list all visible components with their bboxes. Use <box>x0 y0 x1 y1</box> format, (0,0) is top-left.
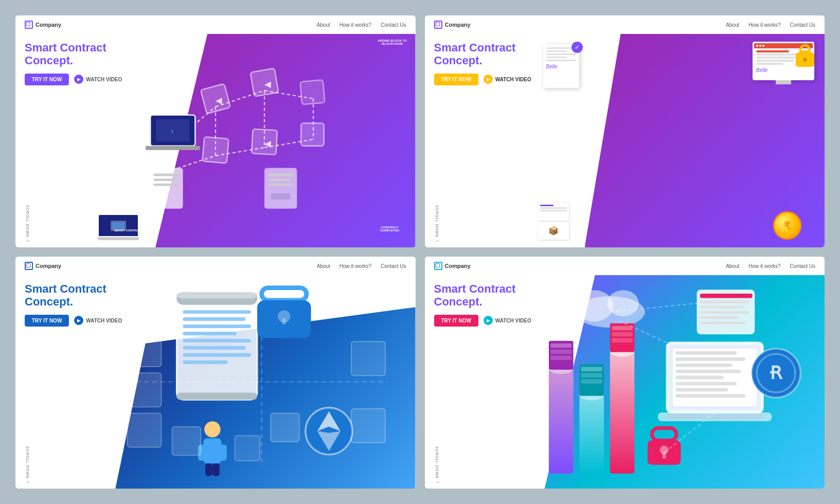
svg-rect-81 <box>550 350 571 354</box>
text-block-2: Smart Contract Concept. TRY IT NOW ▶ WAT… <box>434 41 531 93</box>
btn-row-1: TRY IT NOW ▶ WATCH VIDEO <box>25 74 122 85</box>
logo-text-3: Company <box>35 263 61 269</box>
nav-how-4[interactable]: How it works? <box>748 263 780 269</box>
coin: ₹ <box>773 211 801 240</box>
btn-row-3: TRY IT NOW ▶ WATCH VIDEO <box>25 315 122 327</box>
monitor-line-3 <box>756 57 800 59</box>
paper-line-5 <box>546 60 576 61</box>
btn-row-2: TRY IT NOW ▶ WATCH VIDEO <box>434 74 531 85</box>
card-3: Company About How it works? Contact Us S… <box>15 257 416 489</box>
lock-shackle <box>799 44 811 52</box>
svg-rect-117 <box>662 452 666 459</box>
nav-contact-1[interactable]: Contact Us <box>381 22 406 28</box>
try-now-btn-4[interactable]: TRY IT NOW <box>434 315 478 327</box>
nav-about-2[interactable]: About <box>726 22 739 28</box>
svg-rect-61 <box>212 463 220 476</box>
svg-rect-101 <box>675 394 745 398</box>
try-now-btn-3[interactable]: TRY IT NOW <box>25 315 69 327</box>
svg-rect-25 <box>267 174 294 176</box>
svg-rect-23 <box>154 184 178 186</box>
text-block-1: Smart Contract Concept. TRY IT NOW ▶ WAT… <box>25 41 122 93</box>
svg-rect-28 <box>271 193 291 200</box>
try-now-btn-1[interactable]: TRY IT NOW <box>25 74 69 85</box>
play-icon-1: ▶ <box>74 75 83 84</box>
scroll-down-3: ↓ SCROLL DOWN <box>25 446 30 483</box>
svg-rect-46 <box>183 332 237 335</box>
svg-rect-14 <box>202 137 228 163</box>
logo-icon-1 <box>25 21 33 29</box>
doc-stack-1 <box>538 203 569 221</box>
content-2: Smart Contract Concept. TRY IT NOW ▶ WAT… <box>425 34 825 247</box>
paper-signature: Belle <box>546 64 576 69</box>
svg-rect-110 <box>700 321 745 324</box>
doc-stack-2: 📦 <box>538 222 569 240</box>
watch-video-btn-1[interactable]: ▶ WATCH VIDEO <box>74 75 122 84</box>
svg-rect-84 <box>581 367 602 371</box>
content-3: Smart Contract Concept. TRY IT NOW ▶ WAT… <box>15 275 416 489</box>
svg-rect-74 <box>579 395 604 474</box>
svg-rect-39 <box>351 409 385 443</box>
nav-contact-2[interactable]: Contact Us <box>790 22 815 28</box>
svg-rect-43 <box>183 310 251 314</box>
logo-icon-4 <box>434 262 442 270</box>
svg-rect-86 <box>581 379 602 383</box>
paper-line-3 <box>546 53 576 55</box>
monitor-stand <box>776 80 791 84</box>
nav-how-3[interactable]: How it works? <box>339 263 371 269</box>
try-now-btn-2[interactable]: TRY IT NOW <box>434 74 478 85</box>
nav-contact-3[interactable]: Contact Us <box>381 263 406 269</box>
nav-how-2[interactable]: How it works? <box>748 22 780 28</box>
svg-rect-38 <box>351 341 385 375</box>
svg-rect-11 <box>201 84 230 114</box>
svg-rect-48 <box>183 346 245 350</box>
svg-rect-16 <box>301 123 324 146</box>
nav-about-3[interactable]: About <box>317 263 330 269</box>
svg-text:↑: ↑ <box>171 128 174 135</box>
text-block-3: Smart Contract Concept. TRY IT NOW ▶ WAT… <box>25 282 122 334</box>
logo-2: Company <box>434 21 471 29</box>
watch-video-btn-3[interactable]: ▶ WATCH VIDEO <box>74 316 122 325</box>
nav-about-1[interactable]: About <box>317 22 330 28</box>
title-2: Smart Contract Concept. <box>434 41 531 67</box>
svg-rect-99 <box>675 382 737 386</box>
svg-text:Ɍ: Ɍ <box>770 363 782 383</box>
scroll-down-1: ↓ SCROLL DOWN <box>25 205 30 242</box>
svg-rect-88 <box>612 326 633 330</box>
nav-contact-4[interactable]: Contact Us <box>790 263 815 269</box>
play-icon-4: ▶ <box>484 316 493 325</box>
btn-row-4: TRY IT NOW ▶ WATCH VIDEO <box>434 315 531 327</box>
watch-video-btn-4[interactable]: ▶ WATCH VIDEO <box>484 316 531 325</box>
dot-1 <box>756 45 758 47</box>
svg-rect-73 <box>548 369 573 474</box>
nav-how-1[interactable]: How it works? <box>339 22 371 28</box>
nav-2: Company About How it works? Contact Us <box>425 15 825 34</box>
svg-rect-67 <box>271 413 299 442</box>
card-1: Company About How it works? Contact Us S… <box>15 15 416 247</box>
svg-rect-26 <box>267 178 290 181</box>
play-icon-2: ▶ <box>484 75 493 84</box>
nav-4: Company About How it works? Contact Us <box>425 257 825 275</box>
logo-text-2: Company <box>445 22 471 28</box>
svg-rect-22 <box>154 178 176 181</box>
nav-about-4[interactable]: About <box>726 263 739 269</box>
label-completed: CONTRACT COMPLETED <box>374 226 405 232</box>
doc-illus: Belle Belle ✓ <box>528 37 817 245</box>
svg-rect-47 <box>183 339 251 343</box>
logo-3: Company <box>25 262 61 270</box>
title-3: Smart Contract Concept. <box>25 282 122 309</box>
logo-text-4: Company <box>445 263 471 269</box>
laptop-base-1 <box>98 237 139 240</box>
dot-2 <box>759 45 761 47</box>
svg-rect-85 <box>581 373 602 377</box>
nav-links-2: About How it works? Contact Us <box>726 22 815 28</box>
monitor-line-5 <box>756 63 783 65</box>
content-4: Smart Contract Concept. TRY IT NOW ▶ WAT… <box>425 275 825 489</box>
cubes-svg: ↑ <box>123 42 389 221</box>
card-4: Company About How it works? Contact Us S… <box>425 257 825 489</box>
watch-video-btn-2[interactable]: ▶ WATCH VIDEO <box>484 75 531 84</box>
paper-line-4 <box>546 57 567 58</box>
svg-rect-82 <box>550 356 571 360</box>
nav-links-1: About How it works? Contact Us <box>317 22 406 28</box>
contract-illus <box>118 275 405 489</box>
svg-rect-27 <box>267 184 292 186</box>
